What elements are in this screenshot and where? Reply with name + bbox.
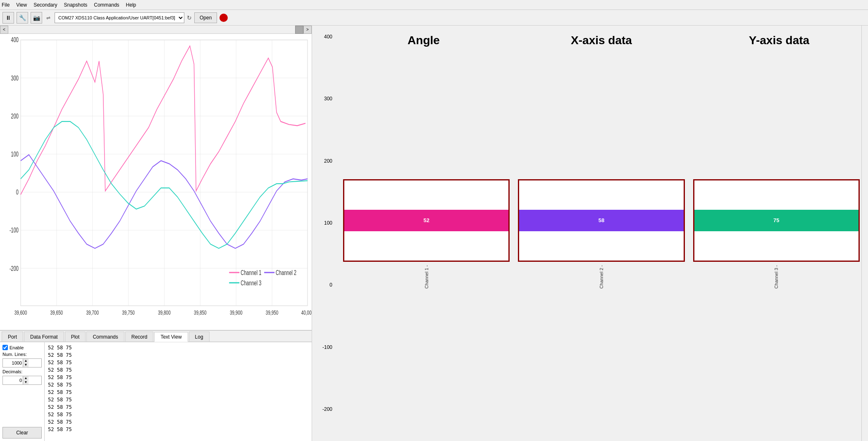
svg-text:0: 0 <box>16 189 19 196</box>
svg-rect-0 <box>21 40 308 306</box>
right-y-n100: -100 <box>312 344 332 350</box>
text-line: 52 58 75 <box>48 344 308 351</box>
tabs: Port Data Format Plot Commands Record Te… <box>0 330 312 342</box>
svg-text:40,000: 40,000 <box>301 310 312 316</box>
text-line: 52 58 75 <box>48 411 308 418</box>
toolbar: ⏸ 🔧 📷 ⇌ COM27 XDS110 Class Application/U… <box>0 10 868 26</box>
svg-text:400: 400 <box>11 36 19 44</box>
gauge-yaxis: 75 Channel 3 - <box>693 179 860 289</box>
svg-text:Channel 2: Channel 2 <box>276 269 296 277</box>
gauge-title-xaxis: X-axis data <box>513 34 690 47</box>
right-y-n200: -200 <box>312 406 332 412</box>
scroll-left-button[interactable]: < <box>0 26 8 34</box>
pause-button[interactable]: ⏸ <box>2 12 14 24</box>
decimals-down-button[interactable]: ▼ <box>23 380 29 384</box>
camera-button[interactable]: 📷 <box>31 12 42 24</box>
num-lines-spinner: ▲ ▼ <box>2 358 42 368</box>
right-y-100: 100 <box>312 220 332 226</box>
decimals-label: Decimals: <box>2 369 42 374</box>
menu-file[interactable]: File <box>2 2 10 8</box>
svg-text:300: 300 <box>11 75 19 82</box>
right-main: Angle X-axis data Y-axis data 52 Channel… <box>335 26 868 441</box>
svg-text:Channel 1: Channel 1 <box>241 269 261 277</box>
text-line: 52 58 75 <box>48 351 308 359</box>
scroll-right-button[interactable]: > <box>303 26 312 34</box>
right-y-200: 200 <box>312 158 332 164</box>
num-lines-up-button[interactable]: ▲ <box>23 359 29 363</box>
gauge-yaxis-channel: Channel 3 - <box>774 265 779 289</box>
gauge-title-angle: Angle <box>335 34 513 47</box>
menubar: File View Secondary Snapshots Commands H… <box>0 0 868 10</box>
num-lines-down-button[interactable]: ▼ <box>23 363 29 367</box>
svg-text:39,800: 39,800 <box>158 310 171 316</box>
decimals-up-button[interactable]: ▲ <box>23 376 29 380</box>
text-line: 52 58 75 <box>48 374 308 381</box>
gauge-angle-value: 52 <box>423 217 429 223</box>
svg-text:39,950: 39,950 <box>266 310 279 316</box>
gauge-title-yaxis: Y-axis data <box>690 34 868 47</box>
right-y-0: 0 <box>312 282 332 288</box>
text-line: 52 58 75 <box>48 366 308 374</box>
svg-text:39,900: 39,900 <box>230 310 243 316</box>
enable-checkbox[interactable] <box>2 345 8 350</box>
tab-port[interactable]: Port <box>2 332 23 341</box>
tab-record[interactable]: Record <box>125 332 154 341</box>
text-line: 52 58 75 <box>48 396 308 403</box>
enable-row: Enable <box>2 345 42 350</box>
right-y-300: 300 <box>312 96 332 102</box>
tab-log[interactable]: Log <box>189 332 210 341</box>
right-scrollbar[interactable] <box>861 26 868 441</box>
tab-text-view[interactable]: Text View <box>154 332 188 342</box>
svg-text:39,600: 39,600 <box>14 310 27 316</box>
menu-secondary[interactable]: Secondary <box>33 2 57 8</box>
gauge-yaxis-box: 75 <box>693 179 860 262</box>
open-button[interactable]: Open <box>194 12 217 23</box>
scroll-thumb[interactable] <box>295 26 303 34</box>
gauge-yaxis-fill: 75 <box>694 210 858 231</box>
menu-commands[interactable]: Commands <box>94 2 119 8</box>
gauges-container: 52 Channel 1 - 58 Channel 2 - <box>335 47 868 420</box>
text-line: 52 58 75 <box>48 359 308 366</box>
svg-text:Channel 3: Channel 3 <box>241 280 261 287</box>
svg-text:39,750: 39,750 <box>122 310 135 316</box>
gauge-xaxis-channel: Channel 2 - <box>599 265 604 289</box>
svg-text:39,650: 39,650 <box>50 310 63 316</box>
menu-help[interactable]: Help <box>126 2 136 8</box>
decimals-input[interactable] <box>3 376 23 384</box>
arrow-icon: ⇌ <box>46 15 50 21</box>
port-select[interactable]: COM27 XDS110 Class Application/User UART… <box>55 12 184 23</box>
gauge-angle-box: 52 <box>343 179 510 262</box>
chart-wrapper: 400 300 200 100 0 -100 -200 39,600 39,65… <box>0 34 312 330</box>
svg-text:100: 100 <box>11 151 19 158</box>
record-indicator <box>219 14 228 22</box>
gauge-xaxis-fill: 58 <box>519 210 683 231</box>
menu-view[interactable]: View <box>16 2 27 8</box>
svg-text:39,850: 39,850 <box>194 310 207 316</box>
graph-scrollbar: < > <box>0 26 312 34</box>
controls-panel: Enable Num. Lines: ▲ ▼ Decimals: ▲ ▼ <box>0 342 45 441</box>
right-gauge-section: 400 300 200 100 0 -100 -200 Angle X-axis… <box>312 26 868 441</box>
text-line: 52 58 75 <box>48 389 308 396</box>
num-lines-label: Num. Lines: <box>2 352 42 357</box>
menu-snapshots[interactable]: Snapshots <box>64 2 88 8</box>
chart-svg: 400 300 200 100 0 -100 -200 39,600 39,65… <box>0 34 312 330</box>
text-line: 52 58 75 <box>48 426 308 433</box>
num-lines-spinner-buttons: ▲ ▼ <box>23 359 29 367</box>
gauge-xaxis: 58 Channel 2 - <box>518 179 684 289</box>
gauge-angle: 52 Channel 1 - <box>343 179 510 289</box>
graph-area: < > <box>0 26 312 330</box>
refresh-button[interactable]: ↻ <box>187 14 192 21</box>
tab-commands[interactable]: Commands <box>86 332 124 341</box>
num-lines-input[interactable] <box>3 359 23 367</box>
svg-text:-100: -100 <box>10 227 19 234</box>
text-line: 52 58 75 <box>48 418 308 426</box>
gauge-titles-row: Angle X-axis data Y-axis data <box>335 26 868 47</box>
gauge-angle-channel: Channel 1 - <box>424 265 429 289</box>
right-panel: 400 300 200 100 0 -100 -200 Angle X-axis… <box>312 26 868 441</box>
bottom-panel: Enable Num. Lines: ▲ ▼ Decimals: ▲ ▼ <box>0 342 312 441</box>
tab-data-format[interactable]: Data Format <box>24 332 64 341</box>
decimals-spinner-buttons: ▲ ▼ <box>23 376 29 384</box>
tab-plot[interactable]: Plot <box>65 332 86 341</box>
wrench-button[interactable]: 🔧 <box>17 12 28 24</box>
clear-button[interactable]: Clear <box>2 427 42 439</box>
